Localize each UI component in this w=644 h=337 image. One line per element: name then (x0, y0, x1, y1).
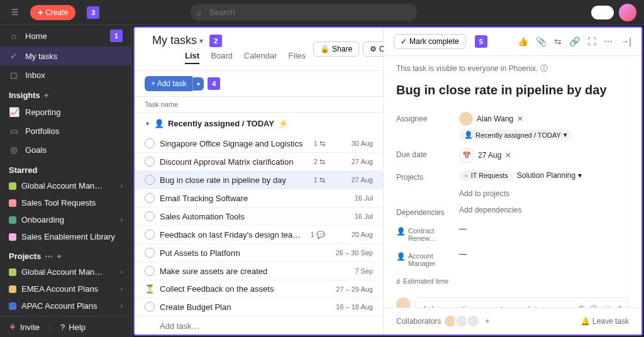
assignee-avatar[interactable] (459, 112, 473, 126)
task-date: 16 Jul (330, 213, 373, 220)
check-icon: ✓ (401, 37, 407, 46)
share-button[interactable]: 🔒Share (313, 41, 359, 57)
star-icon[interactable]: ✦ (616, 303, 623, 307)
tab-board[interactable]: Board (211, 51, 233, 64)
assignee-name[interactable]: Alan Wang (477, 114, 513, 123)
complete-checkbox[interactable] (145, 175, 155, 185)
task-row[interactable]: Sales Automation Tools16 Jul (135, 207, 383, 226)
starred-item[interactable]: Sales Tool Requests (0, 194, 131, 211)
chevron-down-icon[interactable]: ▾ (199, 36, 203, 45)
remove-due-date[interactable]: ✕ (505, 151, 511, 160)
section-chip[interactable]: 👤 Recently assigned / TODAY ▾ (459, 130, 572, 140)
project-item[interactable]: EMEA Account Plans› (0, 280, 131, 297)
add-collaborator[interactable]: + (485, 317, 489, 326)
record-icon[interactable]: ◉ (578, 303, 585, 307)
nav-reporting[interactable]: 📈Reporting (0, 102, 131, 121)
menu-icon[interactable]: ☰ (8, 5, 23, 20)
column-header-name: Task name (135, 97, 383, 113)
complete-checkbox[interactable] (145, 157, 155, 167)
calendar-icon[interactable]: 📅 (459, 148, 474, 163)
add-dependencies[interactable]: Add dependencies (459, 206, 521, 214)
add-insight[interactable]: + (44, 91, 49, 100)
nav-inbox[interactable]: ◻Inbox (0, 65, 131, 84)
inbox-icon: ◻ (9, 70, 19, 80)
starred-item[interactable]: Sales Enablement Library (0, 228, 131, 245)
task-row[interactable]: Put Assets to Platform26 – 30 Sep (135, 244, 383, 262)
task-row[interactable]: Make sure assets are created7 Sep (135, 262, 383, 280)
task-title[interactable]: Bug in close rate in pipeline by day (396, 82, 629, 98)
task-row[interactable]: ⏳Collect Feedback on the assets27 – 29 A… (135, 280, 383, 298)
help-icon: ? (60, 323, 65, 332)
complete-checkbox[interactable] (145, 138, 155, 148)
complete-checkbox[interactable] (145, 266, 155, 276)
due-date-value[interactable]: 27 Aug (478, 151, 501, 160)
complete-checkbox[interactable] (145, 193, 155, 203)
chevron-right-icon: › (121, 182, 123, 189)
task-date: 27 – 29 Aug (330, 285, 373, 293)
more-icon[interactable]: ⋯ (604, 36, 613, 47)
project-item[interactable]: Global Account Man…› (0, 263, 131, 280)
collaborator-avatar[interactable] (466, 314, 480, 328)
create-button[interactable]: Create (30, 5, 75, 20)
comment-input[interactable]: Ask a question or post an update… ◉ @ ☺ … (415, 297, 629, 307)
task-detail-panel: ✓Mark complete 5 👍 📎 ⇆ 🔗 ⛶ ⋯ →| This tas… (384, 28, 641, 334)
nav-mytasks[interactable]: ✓My tasks (0, 47, 131, 65)
starred-item[interactable]: Onboarding› (0, 211, 131, 228)
toggle[interactable] (591, 6, 614, 19)
triangle-down-icon: ▼ (145, 121, 150, 127)
add-project[interactable]: + (57, 251, 62, 261)
complete-checkbox[interactable] (145, 248, 155, 258)
task-date: 16 Jul (330, 194, 373, 202)
project-item[interactable]: APAC Account Plans› (0, 297, 131, 314)
tab-list[interactable]: List (185, 51, 199, 64)
complete-checkbox[interactable] (145, 302, 155, 312)
project-chip[interactable]: IT Requests (459, 170, 513, 180)
task-meta: 1 💬 (311, 231, 325, 239)
mark-complete-button[interactable]: ✓Mark complete (394, 34, 466, 49)
task-row[interactable]: Bug in close rate in pipeline by day1 ⇆2… (135, 171, 383, 189)
task-date: 27 Aug (330, 176, 373, 184)
search-input[interactable] (191, 4, 417, 21)
task-row[interactable]: Singapore Office Signage and Logistics1 … (135, 135, 383, 153)
link-icon[interactable]: 🔗 (569, 36, 580, 47)
leave-task-button[interactable]: 🔔Leave task (580, 317, 629, 326)
add-to-projects[interactable]: Add to projects (459, 189, 509, 198)
section-recently-assigned[interactable]: ▼👤 Recently assigned / TODAY ⚡ (135, 113, 383, 135)
like-icon[interactable]: 👍 (518, 36, 528, 47)
attachment-icon[interactable]: 📎 (536, 36, 547, 47)
close-icon[interactable]: →| (620, 36, 631, 47)
emoji-icon[interactable]: ☺ (603, 303, 611, 307)
nav-home[interactable]: ⌂Home1 (0, 25, 131, 47)
complete-checkbox[interactable] (145, 211, 155, 221)
task-row[interactable]: Create Budget Plan16 – 18 Aug (135, 298, 383, 316)
remove-assignee[interactable]: ✕ (517, 114, 523, 123)
tab-calendar[interactable]: Calendar (244, 51, 277, 64)
mention-icon[interactable]: @ (590, 303, 598, 307)
invite-button[interactable]: ⚘Invite (9, 323, 40, 332)
user-avatar[interactable] (619, 4, 636, 21)
task-row[interactable]: Feedback on last Friday's design team pr… (135, 226, 383, 244)
info-icon[interactable]: ⓘ (540, 64, 548, 73)
nav-goals[interactable]: ◎Goals (0, 140, 131, 159)
projects-menu[interactable]: ⋯ (45, 251, 53, 261)
starred-item[interactable]: Global Account Man…› (0, 177, 131, 194)
add-task-button[interactable]: + Add task (145, 76, 192, 91)
due-date-label: Due date (396, 148, 459, 159)
task-row[interactable]: Discount Approval Matrix clarification2 … (135, 153, 383, 171)
tab-files[interactable]: Files (289, 51, 306, 64)
add-task-row[interactable]: Add task… (135, 316, 383, 334)
task-name: Email Tracking Software (160, 194, 325, 203)
complete-checkbox[interactable] (145, 229, 155, 240)
task-name: Singapore Office Signage and Logistics (160, 139, 309, 148)
project-chip[interactable]: Solution Planning ▾ (517, 171, 582, 180)
task-name: Bug in close rate in pipeline by day (160, 175, 309, 185)
task-name: Create Budget Plan (160, 302, 325, 312)
subtask-icon[interactable]: ⇆ (554, 36, 562, 47)
task-row[interactable]: Email Tracking Software16 Jul (135, 189, 383, 207)
task-date: 30 Aug (330, 140, 373, 147)
add-task-dropdown[interactable]: ▾ (192, 77, 204, 91)
fullscreen-icon[interactable]: ⛶ (587, 36, 596, 47)
nav-portfolios[interactable]: ▭Portfolios (0, 121, 131, 140)
help-button[interactable]: ?Help (60, 323, 86, 332)
tour-badge-2: 2 (209, 35, 222, 47)
